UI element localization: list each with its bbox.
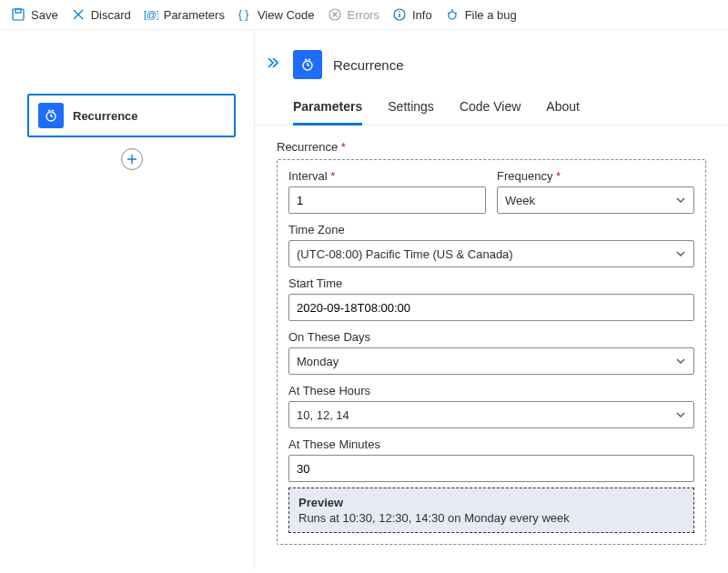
tab-settings[interactable]: Settings [388,99,434,125]
file-bug-button[interactable]: File a bug [445,7,517,22]
discard-label: Discard [91,8,131,22]
add-step-button[interactable] [121,148,143,170]
start-time-label: Start Time [288,276,694,290]
tab-about[interactable]: About [546,99,580,125]
timezone-label: Time Zone [288,223,694,236]
svg-text:{ }: { } [238,8,248,21]
info-button[interactable]: Info [392,7,432,22]
tab-code-view[interactable]: Code View [460,99,521,125]
info-icon [392,7,407,22]
hours-select[interactable]: 10, 12, 14 [288,401,694,428]
chevron-down-icon [675,248,686,259]
days-label: On These Days [288,330,694,344]
chevron-right-double-icon [266,55,280,70]
view-code-label: View Code [258,8,315,22]
designer-canvas: Recurrence [0,30,255,569]
svg-point-12 [449,12,456,19]
discard-button[interactable]: Discard [71,7,131,22]
recurrence-card[interactable]: Recurrence [27,94,236,137]
chevron-down-icon [675,195,686,206]
frequency-value: Week [505,194,535,207]
timezone-select[interactable]: (UTC-08:00) Pacific Time (US & Canada) [288,240,694,267]
file-bug-label: File a bug [465,8,517,22]
close-icon [71,7,86,22]
svg-text:[@]: [@] [144,9,158,20]
plus-icon [126,154,137,165]
save-button[interactable]: Save [11,7,58,22]
minutes-input[interactable] [288,455,694,482]
minutes-label: At These Minutes [288,437,694,451]
save-icon [11,7,25,22]
parameters-label: Parameters [164,8,225,22]
clock-icon [300,57,315,72]
collapse-panel-button[interactable] [266,55,280,73]
panel-badge [293,50,322,79]
svg-line-27 [308,59,310,60]
preview-box: Preview Runs at 10:30, 12:30, 14:30 on M… [288,488,694,533]
braces-icon: { } [238,7,252,22]
clock-icon [44,108,58,123]
svg-line-19 [48,110,50,111]
timezone-value: (UTC-08:00) Pacific Time (US & Canada) [297,247,513,261]
recurrence-group: Interval * Frequency * Week Time Zone [277,159,706,545]
recurrence-card-title: Recurrence [73,109,138,123]
form-area: Recurrence * Interval * Frequency * Week [255,126,728,559]
error-icon [328,7,342,22]
svg-line-20 [52,110,54,111]
interval-input[interactable] [288,186,486,214]
tabs: Parameters Settings Code View About [255,79,728,126]
view-code-button[interactable]: { } View Code [238,7,315,22]
errors-label: Errors [348,8,379,22]
errors-button: Errors [328,7,379,22]
preview-title: Preview [298,496,684,509]
bug-icon [445,7,460,22]
svg-rect-1 [15,9,21,13]
interval-label: Interval * [288,169,486,183]
panel-title: Recurrence [333,57,404,73]
section-label: Recurrence * [277,140,706,154]
info-label: Info [412,8,432,22]
frequency-select[interactable]: Week [497,186,694,214]
svg-line-26 [305,59,307,60]
parameters-button[interactable]: [@] Parameters [144,7,225,22]
preview-text: Runs at 10:30, 12:30, 14:30 on Monday ev… [298,511,684,525]
recurrence-badge [38,103,64,128]
panel-header: Recurrence [255,30,728,79]
svg-rect-0 [13,9,24,20]
required-asterisk: * [341,140,346,154]
main-area: Recurrence Recurrence Parameters Setting… [0,30,728,569]
start-time-input[interactable] [288,294,694,321]
parameters-icon: [@] [144,7,158,22]
days-select[interactable]: Monday [288,347,694,375]
save-label: Save [31,8,58,22]
tab-parameters[interactable]: Parameters [293,99,362,126]
frequency-label: Frequency * [497,169,694,183]
chevron-down-icon [675,356,686,367]
toolbar: Save Discard [@] Parameters { } View Cod… [0,0,728,30]
svg-point-11 [399,11,400,13]
days-value: Monday [297,355,339,368]
hours-label: At These Hours [288,384,694,397]
hours-value: 10, 12, 14 [297,408,349,422]
details-panel: Recurrence Parameters Settings Code View… [255,30,728,569]
chevron-down-icon [675,409,686,420]
